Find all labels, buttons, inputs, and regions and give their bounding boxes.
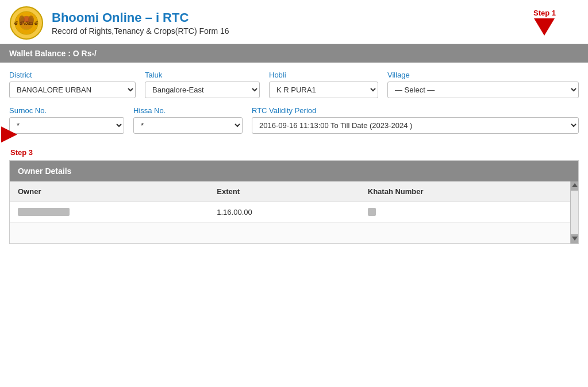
hissa-label: Hissa No. — [133, 106, 243, 115]
svg-marker-7 — [572, 183, 578, 187]
step2-arrow-icon — [1, 126, 17, 142]
scrollbar-up[interactable] — [571, 181, 578, 191]
step1-arrow-icon — [534, 18, 555, 36]
step1-indicator: Step 1 — [533, 9, 556, 36]
col-extent: Extent — [209, 181, 360, 202]
table-header-row: Owner Extent Khatah Number — [10, 181, 570, 202]
hobli-select[interactable]: K R PURA1 BIDARAHALLI VARTHUR — [269, 82, 378, 98]
scrollbar-down[interactable] — [571, 234, 578, 243]
surnoc-group: Surnoc No. * 1 2 — [9, 106, 124, 134]
surnoc-select[interactable]: * 1 2 — [9, 117, 124, 134]
logo: ಕರ್ನಾಟಕ — [9, 6, 44, 40]
khatah-value-blurred — [368, 208, 376, 216]
wallet-balance: Wallet Balance : O Rs-/ — [9, 49, 97, 58]
step3-label: Step 3 — [9, 148, 33, 157]
col-owner: Owner — [10, 181, 209, 202]
rtc-validity-group: RTC Validity Period 2016-09-16 11:13:00 … — [252, 106, 579, 134]
taluk-select[interactable]: Bangalore-East Bangalore-North Bangalore… — [145, 82, 260, 98]
svg-rect-6 — [24, 16, 29, 22]
taluk-group: Taluk Bangalore-East Bangalore-North Ban… — [145, 71, 260, 98]
empty-row-cell — [10, 223, 570, 243]
owner-details-scroll[interactable]: Owner Extent Khatah Number 1.16.00.00 — [10, 181, 570, 243]
svg-point-5 — [28, 16, 34, 25]
owner-cell — [10, 202, 209, 223]
step1-label: Step 1 — [533, 9, 556, 17]
table-row: 1.16.00.00 — [10, 202, 570, 223]
extent-value: 1.16.00.00 — [217, 208, 252, 216]
step3-wrapper: Step 3 — [0, 146, 588, 160]
owner-details-container: Owner Details Owner Extent Khatah Number — [9, 160, 579, 244]
hissa-group: Hissa No. * 1 2 — [133, 106, 243, 134]
hissa-select[interactable]: * 1 2 — [133, 117, 243, 134]
owner-details-wrapper: Owner Details Owner Extent Khatah Number — [0, 160, 588, 259]
col-khatah: Khatah Number — [360, 181, 570, 202]
app-title: Bhoomi Online – i RTC — [52, 10, 229, 25]
owner-table: Owner Extent Khatah Number 1.16.00.00 — [10, 181, 570, 243]
form-row-1: District BANGALORE URBAN MYSORE TUMKUR T… — [9, 71, 579, 98]
district-label: District — [9, 71, 136, 79]
owner-details-table-wrapper: Owner Extent Khatah Number 1.16.00.00 — [10, 181, 578, 243]
taluk-label: Taluk — [145, 71, 260, 79]
village-label: Village — [387, 71, 579, 79]
hobli-group: Hobli K R PURA1 BIDARAHALLI VARTHUR — [269, 71, 378, 98]
form-area: District BANGALORE URBAN MYSORE TUMKUR T… — [0, 63, 588, 146]
rtc-validity-label: RTC Validity Period — [252, 106, 579, 115]
wallet-bar: Wallet Balance : O Rs-/ — [0, 44, 588, 63]
svg-marker-8 — [572, 237, 578, 241]
owner-details-header: Owner Details — [10, 161, 578, 181]
hobli-label: Hobli — [269, 71, 378, 79]
extent-cell: 1.16.00.00 — [209, 202, 360, 223]
header: ಕರ್ನಾಟಕ Bhoomi Online – i RTC Record of … — [0, 0, 588, 44]
owner-details-title: Owner Details — [18, 167, 71, 176]
khatah-cell — [360, 202, 570, 223]
form-row-2: Surnoc No. * 1 2 Hissa No. * 1 2 RTC Val… — [9, 106, 579, 134]
step2-arrow-wrapper — [1, 126, 17, 142]
rtc-validity-select[interactable]: 2016-09-16 11:13:00 To Till Date (2023-2… — [252, 117, 579, 134]
table-row-empty — [10, 223, 570, 243]
app-subtitle: Record of Rights,Tenancy & Crops(RTC) Fo… — [52, 26, 229, 36]
district-select[interactable]: BANGALORE URBAN MYSORE TUMKUR — [9, 82, 136, 98]
village-select[interactable]: — Select — — [387, 82, 579, 98]
scrollbar[interactable] — [570, 181, 578, 243]
district-group: District BANGALORE URBAN MYSORE TUMKUR — [9, 71, 136, 98]
svg-point-4 — [19, 16, 25, 25]
village-group: Village — Select — — [387, 71, 579, 98]
owner-value-blurred — [18, 208, 70, 216]
scrollbar-track — [571, 191, 578, 234]
header-text: Bhoomi Online – i RTC Record of Rights,T… — [52, 10, 229, 36]
surnoc-label: Surnoc No. — [9, 106, 124, 115]
